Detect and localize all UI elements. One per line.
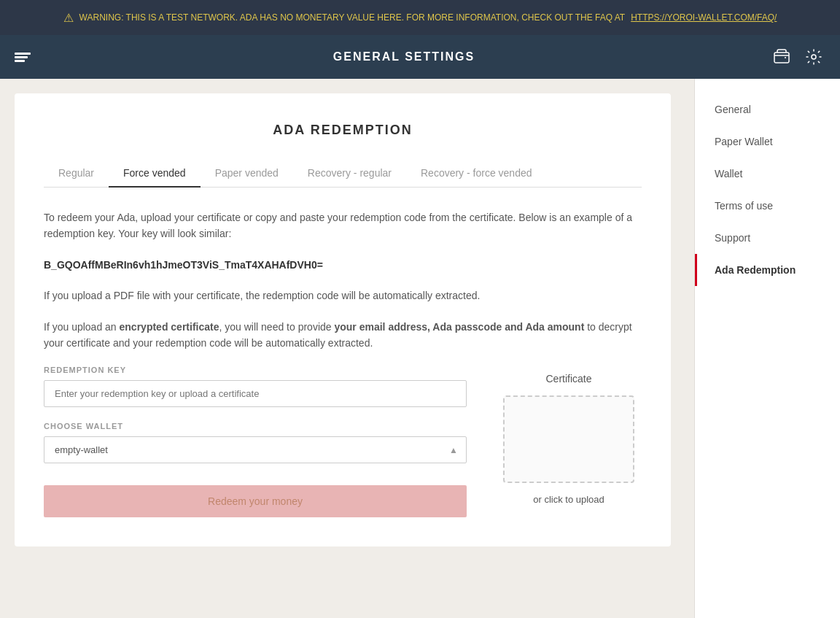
sidebar-item-wallet[interactable]: Wallet	[695, 158, 840, 190]
redemption-key-input[interactable]	[44, 380, 467, 407]
desc3-mid: , you will need to provide	[219, 321, 334, 333]
choose-wallet-group: CHOOSE WALLET empty-wallet ▲	[44, 422, 467, 463]
warning-icon: ⚠	[63, 11, 74, 25]
redemption-key-group: REDEMPTION KEY	[44, 366, 467, 407]
description-2: If you upload a PDF file with your certi…	[44, 287, 642, 304]
redeem-button[interactable]: Redeem your money	[44, 485, 467, 517]
settings-icon	[805, 48, 822, 66]
tabs-container: Regular Force vended Paper vended Recove…	[44, 160, 642, 188]
description-1: To redeem your Ada, upload your certific…	[44, 209, 642, 242]
desc3-bold2: your email address, Ada passcode and Ada…	[334, 321, 584, 333]
ada-redemption-card: ADA REDEMPTION Regular Force vended Pape…	[15, 93, 671, 546]
logo-layers-icon	[15, 53, 31, 62]
sidebar-item-terms[interactable]: Terms of use	[695, 190, 840, 222]
card-title: ADA REDEMPTION	[44, 123, 642, 138]
sidebar: General Paper Wallet Wallet Terms of use…	[694, 79, 840, 618]
nav-title: GENERAL SETTINGS	[333, 50, 475, 63]
choose-wallet-label: CHOOSE WALLET	[44, 422, 467, 430]
logo-line-2	[15, 56, 28, 58]
tab-paper-vended[interactable]: Paper vended	[201, 160, 293, 188]
logo-line-3	[15, 60, 25, 62]
key-example: B_GQOAffMBeRIn6vh1hJmeOT3ViS_TmaT4XAHAfD…	[44, 257, 642, 273]
description-3: If you upload an encrypted certificate, …	[44, 319, 642, 352]
wallet-icon	[773, 48, 790, 66]
sidebar-item-general[interactable]: General	[695, 93, 840, 125]
warning-bar: ⚠ WARNING: THIS IS A TEST NETWORK. ADA H…	[0, 0, 840, 35]
wallet-select[interactable]: empty-wallet	[44, 436, 467, 463]
sidebar-item-paper-wallet[interactable]: Paper Wallet	[695, 125, 840, 158]
tab-regular[interactable]: Regular	[44, 160, 109, 188]
upload-text: or click to upload	[533, 494, 604, 505]
sidebar-item-support[interactable]: Support	[695, 222, 840, 254]
nav-logo	[15, 53, 38, 62]
tab-recovery-force-vended[interactable]: Recovery - force vended	[406, 160, 547, 188]
warning-link[interactable]: HTTPS://YOROI-WALLET.COM/FAQ/	[631, 12, 777, 23]
redemption-key-label: REDEMPTION KEY	[44, 366, 467, 374]
desc3-bold1: encrypted certificate	[120, 321, 219, 333]
warning-text: WARNING: THIS IS A TEST NETWORK. ADA HAS…	[79, 12, 626, 23]
main-layout: ADA REDEMPTION Regular Force vended Pape…	[0, 79, 840, 618]
top-nav: GENERAL SETTINGS	[0, 35, 840, 79]
nav-actions	[770, 45, 825, 69]
desc3-prefix: If you upload an	[44, 321, 120, 333]
tab-recovery-regular[interactable]: Recovery - regular	[293, 160, 406, 188]
wallet-nav-button[interactable]	[770, 45, 793, 69]
settings-nav-button[interactable]	[802, 45, 825, 69]
wallet-select-wrapper: empty-wallet ▲	[44, 436, 467, 463]
content-area: ADA REDEMPTION Regular Force vended Pape…	[0, 79, 694, 618]
form-section: REDEMPTION KEY CHOOSE WALLET empty-walle…	[44, 366, 642, 517]
certificate-label: Certificate	[545, 373, 591, 385]
svg-rect-0	[774, 53, 789, 63]
form-right: Certificate or click to upload	[496, 366, 642, 517]
tab-force-vended[interactable]: Force vended	[109, 160, 201, 188]
form-left: REDEMPTION KEY CHOOSE WALLET empty-walle…	[44, 366, 467, 517]
svg-point-1	[812, 55, 816, 59]
sidebar-item-ada-redemption[interactable]: Ada Redemption	[695, 254, 840, 286]
certificate-drop-area[interactable]	[503, 395, 634, 483]
logo-line-1	[15, 53, 31, 55]
